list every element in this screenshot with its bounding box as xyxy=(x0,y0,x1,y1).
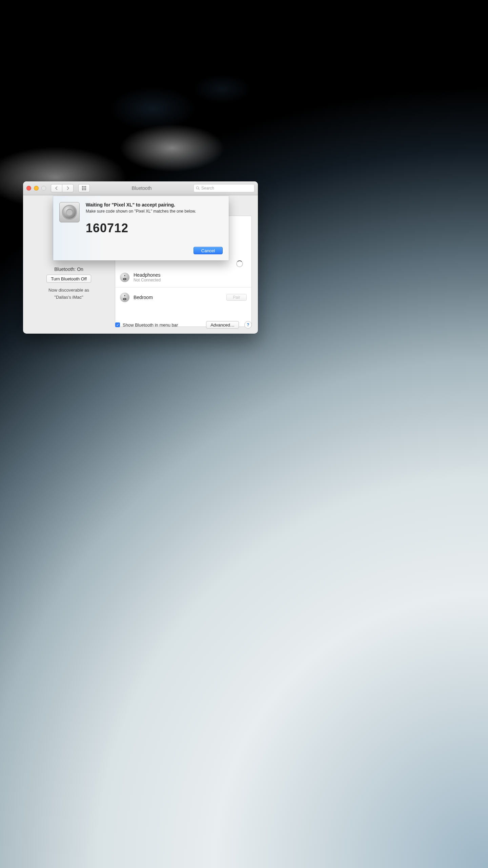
sheet-title: Waiting for "Pixel XL" to accept pairing… xyxy=(86,202,223,208)
traffic-lights xyxy=(26,186,46,191)
bluetooth-status: Bluetooth: On xyxy=(54,267,83,272)
show-menubar-checkbox[interactable]: ✓ xyxy=(115,322,120,327)
nav-buttons xyxy=(51,184,74,192)
close-icon[interactable] xyxy=(26,186,31,191)
show-all-button[interactable] xyxy=(78,184,90,192)
svg-rect-6 xyxy=(82,189,83,190)
gear-icon xyxy=(62,205,77,220)
device-name: Bedroom xyxy=(134,295,222,300)
pairing-sheet: Waiting for "Pixel XL" to accept pairing… xyxy=(53,196,229,260)
titlebar: Bluetooth Search xyxy=(23,181,258,195)
svg-rect-7 xyxy=(84,189,85,190)
show-menubar-label: Show Bluetooth in menu bar xyxy=(123,322,203,328)
discoverable-text: Now discoverable as "Dallas's iMac" xyxy=(48,287,89,301)
pairing-code: 160712 xyxy=(86,221,223,235)
svg-rect-2 xyxy=(85,186,86,187)
device-status: Not Connected xyxy=(134,278,247,282)
speaker-icon xyxy=(120,293,129,302)
system-preferences-icon xyxy=(59,202,80,222)
svg-rect-3 xyxy=(82,188,83,189)
device-name: Headphones xyxy=(134,272,247,278)
search-input[interactable]: Search xyxy=(194,184,255,192)
forward-button[interactable] xyxy=(62,184,74,192)
svg-point-15 xyxy=(124,299,125,300)
search-placeholder: Search xyxy=(201,186,214,191)
cancel-button[interactable]: Cancel xyxy=(194,247,223,254)
svg-rect-8 xyxy=(85,189,86,190)
svg-line-10 xyxy=(199,189,200,190)
device-row[interactable]: Headphones Not Connected xyxy=(115,268,251,288)
pair-button[interactable]: Pair xyxy=(226,294,247,301)
svg-rect-1 xyxy=(84,186,85,187)
svg-rect-5 xyxy=(85,188,86,189)
device-text: Bedroom xyxy=(134,295,222,300)
device-row[interactable]: Bedroom Pair xyxy=(115,288,251,307)
sheet-message: Make sure code shown on "Pixel XL" match… xyxy=(86,209,223,214)
window-title: Bluetooth xyxy=(93,185,191,191)
sheet-content: Waiting for "Pixel XL" to accept pairing… xyxy=(86,202,223,254)
discoverable-line1: Now discoverable as xyxy=(48,287,89,294)
device-text: Headphones Not Connected xyxy=(134,272,247,282)
help-button[interactable]: ? xyxy=(244,321,252,329)
svg-point-12 xyxy=(124,279,125,280)
svg-rect-4 xyxy=(84,188,85,189)
back-button[interactable] xyxy=(51,184,62,192)
svg-point-16 xyxy=(124,295,125,296)
zoom-icon[interactable] xyxy=(41,186,46,191)
svg-point-13 xyxy=(124,275,125,276)
speaker-icon xyxy=(120,273,129,282)
svg-point-9 xyxy=(197,187,199,189)
advanced-button[interactable]: Advanced… xyxy=(206,321,239,329)
svg-rect-0 xyxy=(82,186,83,187)
toggle-bluetooth-button[interactable]: Turn Bluetooth Off xyxy=(46,275,91,283)
bottom-bar: ✓ Show Bluetooth in menu bar Advanced… ? xyxy=(23,316,258,334)
pairing-spinner-icon xyxy=(236,260,243,267)
minimize-icon[interactable] xyxy=(34,186,39,191)
discoverable-line2: "Dallas's iMac" xyxy=(48,294,89,301)
